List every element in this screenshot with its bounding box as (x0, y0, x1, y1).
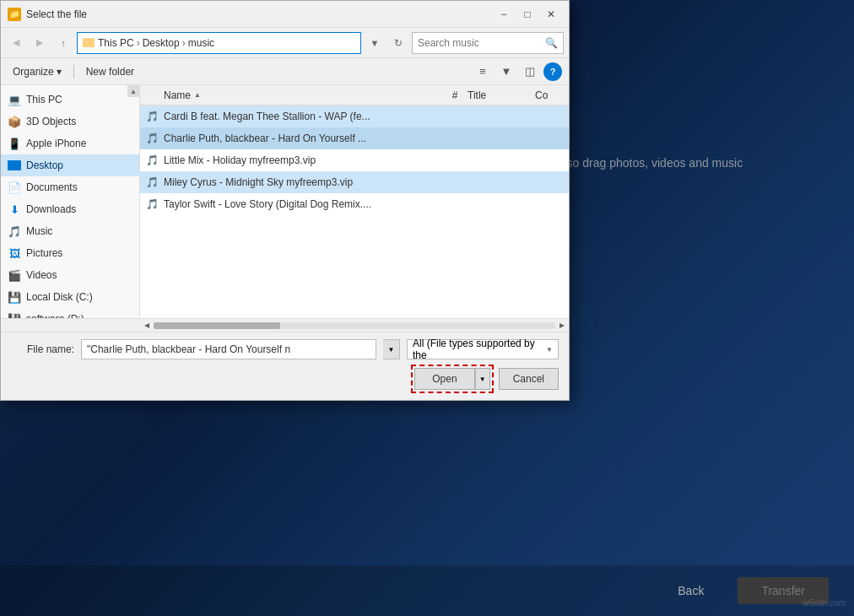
col-composer-label: Co (535, 89, 548, 101)
file-icon-3: 🎵 (140, 176, 164, 188)
file-name-0: Cardi B feat. Megan Thee Stallion - WAP … (164, 111, 569, 122)
file-icon-1: 🎵 (140, 132, 164, 144)
search-input[interactable] (418, 37, 545, 49)
sidebar-item-videos[interactable]: 🎬 Videos (1, 264, 139, 286)
col-title-header[interactable]: Title (468, 89, 535, 101)
sidebar-label-music: Music (26, 225, 52, 237)
path-folder-icon (83, 38, 95, 47)
organize-arrow-icon: ▾ (57, 66, 62, 78)
open-dropdown-button[interactable]: ▼ (475, 368, 490, 390)
sidebar: ▲ 💻 This PC 📦 3D Objects 📱 Apple iPhone … (1, 85, 140, 318)
sidebar-label-apple-iphone: Apple iPhone (26, 138, 86, 149)
apple-iphone-icon: 📱 (8, 137, 21, 150)
col-composer-header[interactable]: Co (535, 89, 569, 101)
minimize-button[interactable]: − (493, 6, 515, 23)
hscroll-right-button[interactable]: ▶ (555, 319, 569, 332)
sidebar-scroll-up[interactable]: ▲ (127, 85, 139, 97)
sidebar-item-pictures[interactable]: 🖼 Pictures (1, 242, 139, 264)
view-dropdown-button[interactable]: ▼ (496, 62, 516, 81)
file-name-4: Taylor Swift - Love Story (Digital Dog R… (164, 198, 569, 210)
search-box[interactable]: 🔍 (412, 32, 564, 54)
dialog-bottom: File name: "Charlie Puth, blackbear - Ha… (1, 332, 569, 400)
cancel-button[interactable]: Cancel (499, 368, 559, 390)
filename-value: "Charlie Puth, blackbear - Hard On Yours… (87, 343, 290, 355)
file-icon-4: 🎵 (140, 198, 164, 210)
hscroll-thumb[interactable] (154, 322, 280, 329)
videos-icon: 🎬 (8, 268, 21, 282)
hscroll-track[interactable] (154, 322, 555, 329)
filetype-arrow-icon: ▼ (546, 346, 553, 354)
file-row-3[interactable]: 🎵 Miley Cyrus - Midnight Sky myfreemp3.v… (140, 171, 569, 193)
file-icon-2: 🎵 (140, 154, 164, 166)
file-name-2: Little Mix - Holiday myfreemp3.vip (164, 154, 569, 166)
new-folder-label: New folder (86, 66, 134, 78)
up-nav-button[interactable]: ↑ (53, 33, 73, 53)
sidebar-label-downloads: Downloads (26, 203, 76, 215)
search-icon: 🔍 (545, 37, 558, 49)
path-part-thispc: This PC (98, 37, 134, 49)
file-row-4[interactable]: 🎵 Taylor Swift - Love Story (Digital Dog… (140, 193, 569, 215)
main-area: ▲ 💻 This PC 📦 3D Objects 📱 Apple iPhone … (1, 85, 569, 318)
sidebar-label-3dobjects: 3D Objects (26, 116, 76, 127)
address-dropdown-button[interactable]: ▼ (365, 33, 385, 53)
close-button[interactable]: ✕ (540, 6, 562, 23)
toolbar-row: Organize ▾ New folder ≡ ▼ ◫ ? (1, 58, 569, 85)
sidebar-item-thispc[interactable]: 💻 This PC (1, 89, 139, 111)
sidebar-item-apple-iphone[interactable]: 📱 Apple iPhone (1, 132, 139, 154)
sidebar-item-3dobjects[interactable]: 📦 3D Objects (1, 111, 139, 132)
toolbar-right: ≡ ▼ ◫ ? (473, 62, 562, 81)
path-part-music: music (188, 37, 214, 49)
forward-nav-button[interactable]: ▶ (30, 33, 50, 53)
sidebar-label-documents: Documents (26, 181, 78, 193)
toolbar-separator (73, 65, 74, 78)
address-path[interactable]: This PC › Desktop › music (77, 32, 361, 54)
file-name-1: Charlie Puth, blackbear - Hard On Yourse… (164, 132, 569, 144)
open-button[interactable]: Open (414, 368, 474, 390)
filename-dropdown-button[interactable]: ▼ (383, 339, 400, 359)
3dobjects-icon: 📦 (8, 115, 21, 128)
downloads-icon: ⬇ (8, 203, 21, 216)
sidebar-label-localc: Local Disk (C:) (26, 291, 93, 303)
sidebar-item-localc[interactable]: 💾 Local Disk (C:) (1, 286, 139, 308)
sidebar-label-desktop: Desktop (26, 159, 63, 171)
file-list: Name ▲ # Title Co 🎵 Cardi B feat. Megan … (140, 85, 569, 318)
file-row-0[interactable]: 🎵 Cardi B feat. Megan Thee Stallion - WA… (140, 105, 569, 127)
actions-row: Open ▼ Cancel (11, 365, 559, 393)
new-folder-button[interactable]: New folder (81, 64, 139, 79)
view-options-button[interactable]: ≡ (473, 62, 493, 81)
sidebar-label-pictures: Pictures (26, 247, 62, 259)
title-bar-text: Select the file (26, 8, 493, 20)
file-list-header: Name ▲ # Title Co (140, 85, 569, 105)
filetype-select[interactable]: All (File types supported by the ▼ (407, 339, 559, 359)
sidebar-item-downloads[interactable]: ⬇ Downloads (1, 198, 139, 220)
filetype-value: All (File types supported by the (413, 338, 546, 361)
maximize-button[interactable]: □ (516, 6, 538, 23)
refresh-button[interactable]: ↻ (388, 33, 408, 53)
sidebar-item-documents[interactable]: 📄 Documents (1, 176, 139, 198)
pc-icon: 💻 (8, 93, 21, 106)
organize-button[interactable]: Organize ▾ (8, 64, 67, 79)
softwareD-icon: 💾 (8, 312, 21, 318)
sort-arrow-icon: ▲ (194, 91, 201, 99)
pane-button[interactable]: ◫ (520, 62, 540, 81)
path-part-desktop: Desktop (143, 37, 180, 49)
pictures-icon: 🖼 (8, 246, 21, 260)
title-bar-controls: − □ ✕ (493, 6, 562, 23)
help-button[interactable]: ? (543, 62, 562, 81)
col-hash-header[interactable]: # (442, 89, 468, 101)
title-bar-icon: 📁 (8, 8, 21, 21)
back-nav-button[interactable]: ◀ (6, 33, 26, 53)
col-name-header[interactable]: Name ▲ (140, 89, 442, 101)
file-row-1[interactable]: 🎵 Charlie Puth, blackbear - Hard On Your… (140, 127, 569, 149)
file-row-2[interactable]: 🎵 Little Mix - Holiday myfreemp3.vip (140, 149, 569, 171)
open-btn-container: Open ▼ (411, 365, 493, 393)
filename-label: File name: (11, 343, 74, 355)
sidebar-item-softwareD[interactable]: 💾 software (D:) (1, 308, 139, 318)
col-name-label: Name (164, 89, 191, 101)
sidebar-item-music[interactable]: 🎵 Music (1, 220, 139, 242)
filename-input[interactable]: "Charlie Puth, blackbear - Hard On Yours… (81, 339, 376, 359)
organize-label: Organize (13, 66, 54, 78)
file-name-3: Miley Cyrus - Midnight Sky myfreemp3.vip (164, 176, 569, 188)
sidebar-item-desktop[interactable]: Desktop (1, 154, 139, 176)
hscroll-left-button[interactable]: ◀ (140, 319, 154, 332)
